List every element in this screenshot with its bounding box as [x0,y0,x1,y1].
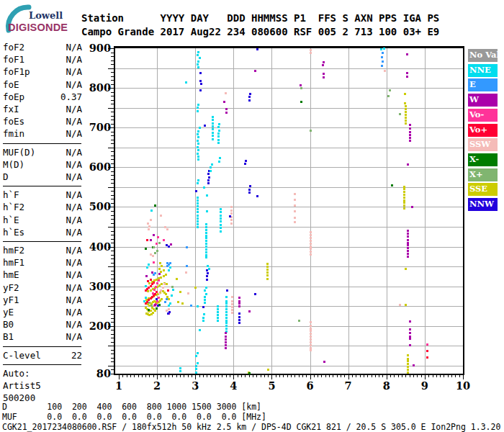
data-point [160,289,162,292]
vertical-gridline [271,48,272,374]
data-point [405,108,407,110]
data-point [310,49,312,51]
data-point [310,321,312,323]
legend-item-nnw: NNW [468,198,498,211]
data-point [197,220,199,222]
data-point [380,48,382,50]
param-value: N/A [66,294,82,306]
x-axis-label: 8 [378,379,395,392]
data-point [207,182,210,184]
data-point [158,268,161,270]
param-value: N/A [66,66,82,78]
data-point [238,300,240,302]
data-point [197,211,199,213]
data-point [426,350,428,352]
x-axis-major-tick [387,375,387,379]
y-axis-label: 400 [84,240,111,253]
param-row: yF2N/A [3,282,82,294]
legend-item-x+: X+ [468,168,498,181]
data-point [310,338,312,341]
data-point [217,311,219,313]
data-point [164,301,166,303]
x-axis-minor-ticks [119,375,464,377]
data-point [405,122,407,125]
data-point [223,101,225,103]
x-axis-major-tick [310,375,311,379]
y-axis-label: 800 [84,81,111,94]
y-axis-major-tick [108,167,114,168]
data-point [225,338,227,341]
data-point [185,81,187,84]
data-point [310,349,312,351]
y-axis-major-tick [108,148,114,148]
data-point [197,54,199,56]
data-point [205,254,207,256]
data-point [212,122,214,125]
param-label: MUF(D) [3,146,35,158]
data-point [169,302,171,305]
param-value: 0.37 [60,91,82,103]
data-point [323,61,325,63]
data-point [231,306,233,308]
param-value: N/A [66,189,82,201]
data-point [197,179,199,181]
data-point [147,280,149,282]
data-point [207,173,210,175]
data-point [225,341,227,343]
param-row: hmEN/A [3,269,82,281]
data-point [298,320,300,322]
data-point [153,261,155,264]
data-point [399,113,401,115]
data-point [163,239,165,241]
data-point [407,250,409,252]
data-point [310,130,312,132]
data-point [383,48,385,50]
data-point [197,156,199,158]
data-point [266,263,269,265]
data-point [197,182,199,184]
data-point [202,320,204,322]
data-point [212,125,214,127]
data-point [405,105,407,107]
data-point [411,206,413,208]
data-point [225,308,228,310]
y-axis-label: 900 [84,42,111,54]
data-point [210,166,212,168]
data-point [179,370,181,372]
data-point [190,305,192,307]
data-point [205,235,207,237]
param-value: N/A [66,214,82,226]
data-point [204,299,206,301]
y-axis-major-tick [108,108,114,109]
data-point [220,227,222,229]
panel-separator [3,346,81,347]
param-value: N/A [66,78,82,91]
data-point [161,265,163,267]
data-point [197,146,199,148]
data-point [403,204,405,207]
data-point [197,143,199,145]
x-axis-label: 3 [186,379,204,392]
legend-item-w: W [468,94,498,107]
param-label: hmF1 [3,256,24,269]
data-point [403,186,405,188]
data-point [238,322,240,324]
param-row: foEN/A [3,78,82,91]
data-point [310,347,312,349]
data-point [230,210,233,212]
data-point [202,306,204,308]
data-point [172,289,174,291]
data-point [145,297,147,299]
data-point [145,275,148,277]
data-point [384,70,386,72]
data-point [197,202,199,204]
data-point [158,279,160,282]
param-row: h`EN/A [3,214,82,226]
x-axis-major-tick [348,375,349,379]
data-point [207,272,209,274]
legend-item-vo+: Vo+ [468,124,498,137]
y-axis-major-tick [108,207,114,207]
data-point [205,232,207,234]
data-point [407,235,409,238]
param-value: N/A [66,226,82,238]
